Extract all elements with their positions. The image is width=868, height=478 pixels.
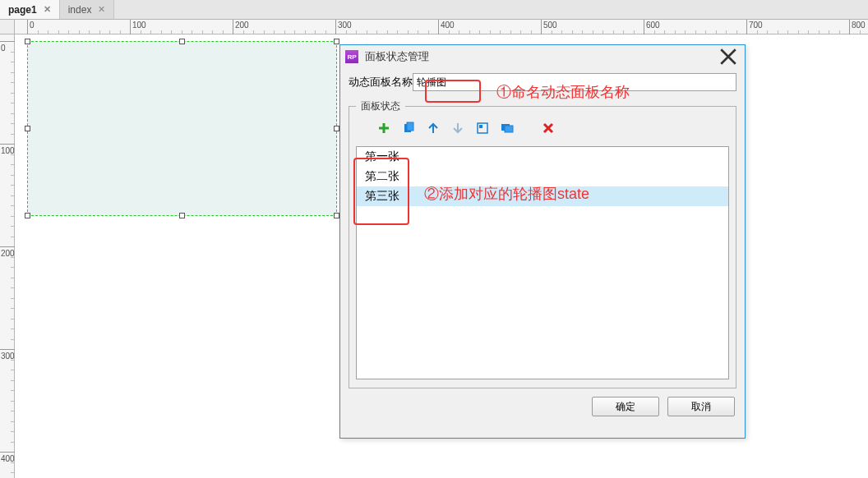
edit-states-icon[interactable] bbox=[476, 122, 489, 135]
states-toolbar bbox=[356, 120, 729, 140]
dialog-title: 面板状态管理 bbox=[365, 49, 429, 64]
ok-button[interactable]: 确定 bbox=[592, 397, 659, 416]
resize-handle[interactable] bbox=[179, 213, 185, 218]
dynamic-panel-object[interactable] bbox=[27, 41, 337, 216]
tab-label: index bbox=[68, 4, 92, 16]
close-icon bbox=[717, 45, 740, 68]
state-item[interactable]: 第二张 bbox=[357, 167, 728, 186]
states-legend: 面板状态 bbox=[356, 99, 405, 113]
dialog-body: 动态面板名称 面板状态 第一张 第二张 第三张 bbox=[340, 68, 745, 388]
close-icon[interactable]: ✕ bbox=[98, 4, 105, 15]
resize-handle[interactable] bbox=[25, 126, 30, 131]
tab-index[interactable]: index ✕ bbox=[60, 0, 115, 19]
arrow-up-icon[interactable] bbox=[427, 122, 440, 135]
panel-name-label: 动态面板名称 bbox=[349, 75, 413, 90]
arrow-down-icon[interactable] bbox=[451, 122, 464, 135]
panel-states-fieldset: 面板状态 第一张 第二张 第三张 bbox=[349, 99, 736, 388]
axure-icon: RP bbox=[345, 50, 358, 63]
panel-state-manager-dialog: RP 面板状态管理 动态面板名称 面板状态 第一张 第二张 bbox=[339, 44, 746, 439]
ruler-corner bbox=[0, 20, 15, 34]
edit-all-icon[interactable] bbox=[501, 122, 514, 135]
close-icon[interactable]: ✕ bbox=[44, 4, 51, 15]
state-item[interactable]: 第三张 bbox=[357, 186, 728, 206]
ruler-horizontal: 0100200300400500600700800 bbox=[15, 20, 868, 34]
panel-name-input[interactable] bbox=[413, 73, 736, 91]
delete-icon[interactable] bbox=[542, 122, 555, 135]
svg-rect-1 bbox=[407, 122, 413, 131]
resize-handle[interactable] bbox=[334, 213, 339, 218]
tab-page1[interactable]: page1 ✕ bbox=[0, 0, 60, 19]
resize-handle[interactable] bbox=[179, 39, 185, 44]
add-icon[interactable] bbox=[377, 122, 390, 135]
tab-label: page1 bbox=[8, 4, 37, 16]
resize-handle[interactable] bbox=[25, 213, 30, 218]
state-item[interactable]: 第一张 bbox=[357, 147, 728, 167]
states-list[interactable]: 第一张 第二张 第三张 bbox=[356, 146, 729, 379]
duplicate-icon[interactable] bbox=[402, 122, 415, 135]
resize-handle[interactable] bbox=[334, 126, 339, 131]
dialog-close-button[interactable] bbox=[717, 48, 740, 66]
svg-rect-3 bbox=[479, 125, 482, 128]
tab-bar: page1 ✕ index ✕ bbox=[0, 0, 868, 20]
ruler-vertical: 0100200300400 bbox=[0, 34, 15, 478]
resize-handle[interactable] bbox=[334, 39, 339, 44]
dialog-button-row: 确定 取消 bbox=[340, 388, 745, 426]
svg-rect-5 bbox=[505, 126, 513, 132]
dialog-titlebar[interactable]: RP 面板状态管理 bbox=[340, 45, 745, 68]
resize-handle[interactable] bbox=[25, 39, 30, 44]
cancel-button[interactable]: 取消 bbox=[667, 397, 735, 416]
